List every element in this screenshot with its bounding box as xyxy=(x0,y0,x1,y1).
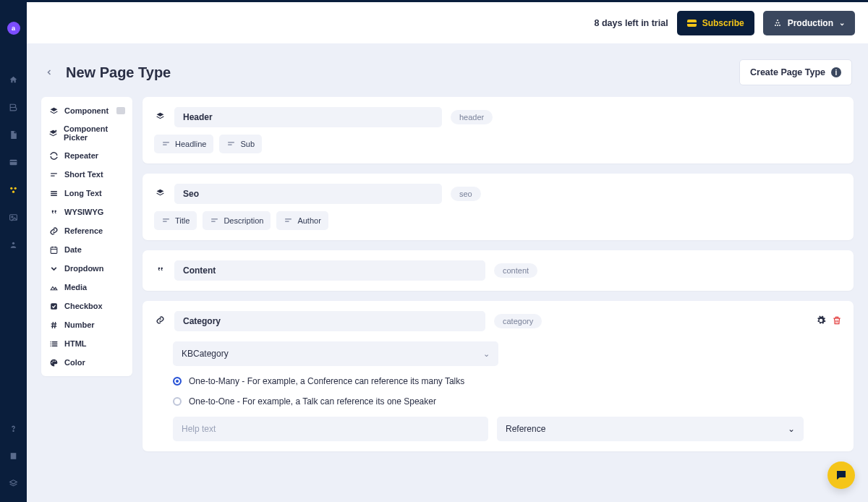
nav-docs-icon[interactable] xyxy=(5,447,22,464)
svg-point-13 xyxy=(777,20,778,21)
info-icon: i xyxy=(831,67,841,77)
palette-item[interactable]: Number xyxy=(41,315,132,334)
create-page-type-button[interactable]: Create Page Type i xyxy=(739,59,852,85)
field-name-input[interactable]: Content xyxy=(174,260,485,281)
palette-item[interactable]: Short Text xyxy=(41,165,132,184)
palette-item[interactable]: WYSIWYG xyxy=(41,203,132,221)
quote-icon xyxy=(48,207,59,217)
nav-blog-icon[interactable] xyxy=(5,98,22,116)
svg-rect-0 xyxy=(10,159,17,165)
palette-item-label: HTML xyxy=(64,339,87,348)
svg-point-18 xyxy=(54,360,56,362)
palette-item[interactable]: Date xyxy=(41,240,132,259)
relation-radio-many[interactable]: One-to-Many - For example, a Conference … xyxy=(173,376,827,386)
palette-item-label: Checkbox xyxy=(64,302,103,310)
color-icon xyxy=(48,357,59,367)
field-slug: category xyxy=(494,314,542,328)
palette-item[interactable]: Component Picker xyxy=(41,120,132,146)
nav-pages-icon[interactable] xyxy=(5,126,22,143)
layers-icon xyxy=(154,188,166,200)
child-field-chip[interactable]: Title xyxy=(154,211,197,230)
palette-item[interactable]: Reference xyxy=(41,221,132,240)
svg-point-2 xyxy=(14,187,17,189)
reference-model-select[interactable]: KBCategory ⌄ xyxy=(173,341,498,366)
env-icon xyxy=(773,19,782,27)
palette-item[interactable]: Long Text xyxy=(41,184,132,203)
relation-radio-one[interactable]: One-to-One - For example, a Talk can ref… xyxy=(173,396,827,407)
page-content: New Page Type Create Page Type i Compone… xyxy=(27,43,868,502)
create-label: Create Page Type xyxy=(750,67,825,77)
svg-point-7 xyxy=(13,430,14,431)
date-icon xyxy=(48,244,59,255)
field-type-select[interactable]: Reference ⌄ xyxy=(497,417,804,441)
palette-item[interactable]: Dropdown xyxy=(41,259,132,278)
child-field-chip[interactable]: Sub xyxy=(219,135,262,153)
chevron-down-icon: ⌄ xyxy=(788,424,795,434)
field-name-input[interactable]: Header xyxy=(174,107,442,127)
child-field-chip[interactable]: Author xyxy=(276,211,328,230)
settings-button[interactable] xyxy=(816,315,826,328)
short-icon xyxy=(210,216,219,226)
layers-icon xyxy=(48,106,59,116)
svg-point-5 xyxy=(12,216,13,217)
svg-point-8 xyxy=(775,25,776,26)
list-icon xyxy=(48,339,59,349)
nav-collections-icon[interactable] xyxy=(5,153,22,171)
palette-item-label: Reference xyxy=(64,226,103,235)
field-slug: header xyxy=(451,110,493,124)
chevron-down-icon: ⌄ xyxy=(483,349,490,359)
nav-media-icon[interactable] xyxy=(5,208,22,226)
field-slug: seo xyxy=(451,187,481,201)
nav-layers-icon[interactable] xyxy=(5,475,22,492)
component-indicator-icon xyxy=(116,107,125,114)
field-name-input[interactable]: Category xyxy=(174,311,485,331)
nav-content-types-icon[interactable] xyxy=(5,181,22,198)
chip-label: Description xyxy=(224,216,263,225)
field-card: Content content xyxy=(142,250,854,291)
palette-item[interactable]: Repeater xyxy=(41,146,132,165)
schema-builder: Header header Headline Sub Seo seo Title… xyxy=(142,97,854,451)
page-title: New Page Type xyxy=(66,64,171,81)
field-palette: Component Component Picker Repeater Shor… xyxy=(41,97,132,376)
header-bar: 8 days left in trial Subscribe Productio… xyxy=(27,2,868,43)
avatar[interactable]: a xyxy=(7,22,20,35)
svg-point-6 xyxy=(12,242,14,244)
svg-rect-14 xyxy=(51,247,57,253)
refresh-icon xyxy=(48,150,59,161)
chip-label: Title xyxy=(175,216,190,225)
radio-label: One-to-One - For example, a Talk can ref… xyxy=(189,396,436,407)
help-text-input[interactable]: Help text xyxy=(173,417,488,441)
short-icon xyxy=(226,139,236,150)
palette-item[interactable]: Media xyxy=(41,278,132,297)
trial-notice: 8 days left in trial xyxy=(595,18,668,28)
palette-item[interactable]: Checkbox xyxy=(41,297,132,315)
media-icon xyxy=(48,282,59,292)
delete-button[interactable] xyxy=(832,315,842,328)
link-icon xyxy=(48,226,59,236)
nav-home-icon[interactable] xyxy=(5,71,22,88)
nav-users-icon[interactable] xyxy=(5,236,22,253)
short-icon xyxy=(48,169,59,179)
subscribe-label: Subscribe xyxy=(702,18,744,28)
palette-item[interactable]: HTML xyxy=(41,334,132,353)
field-name-input[interactable]: Seo xyxy=(174,184,442,204)
chat-fab[interactable] xyxy=(827,461,855,489)
hash-icon xyxy=(48,320,59,330)
radio-dot xyxy=(173,397,182,406)
model-value: KBCategory xyxy=(182,349,229,359)
child-field-chip[interactable]: Description xyxy=(203,211,271,230)
subscribe-button[interactable]: Subscribe xyxy=(677,11,754,35)
environment-dropdown[interactable]: Production ⌄ xyxy=(763,11,855,35)
chip-label: Headline xyxy=(175,140,206,148)
short-icon xyxy=(161,139,171,150)
child-field-chip[interactable]: Headline xyxy=(154,135,213,153)
back-button[interactable] xyxy=(43,66,56,79)
nav-help-icon[interactable] xyxy=(5,420,22,437)
palette-item[interactable]: Component xyxy=(41,101,132,120)
palette-item-label: Color xyxy=(64,358,85,367)
radio-label: One-to-Many - For example, a Conference … xyxy=(189,376,464,386)
palette-item-label: Date xyxy=(64,245,82,254)
field-card: Seo seo Title Description Author xyxy=(142,174,854,240)
palette-item[interactable]: Color xyxy=(41,353,132,372)
type-value: Reference xyxy=(506,424,545,434)
